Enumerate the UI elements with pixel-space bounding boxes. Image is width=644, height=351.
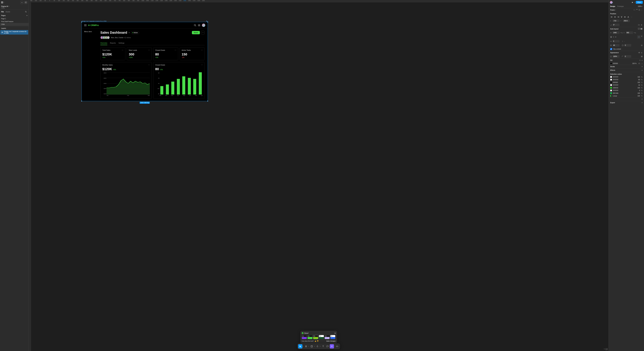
pages-header[interactable]: Pages — [1, 15, 6, 16]
tab-settings[interactable]: Settings — [118, 41, 124, 45]
frame-label[interactable]: Design me 3 separate screens for a CRM — [82, 20, 106, 22]
card-value: $120K — [102, 52, 123, 56]
resize-handle[interactable] — [81, 101, 82, 102]
chevron-down-icon[interactable]: ▾ — [129, 32, 130, 34]
card-value: 80 — [155, 52, 176, 56]
chart-value: 80 — [155, 67, 159, 71]
dimension-badge: 1440 × 900 Hug — [140, 102, 150, 104]
card-title: Total Sales — [102, 49, 110, 51]
vertical-ruler — [29, 2, 31, 122]
resize-handle[interactable] — [207, 101, 208, 102]
card-delta: +5% — [102, 57, 123, 58]
logo-star-icon: ✳ — [88, 24, 90, 26]
svg-rect-2 — [1, 2, 2, 3]
status-badge: Active — [131, 31, 139, 34]
svg-rect-77 — [199, 24, 200, 25]
panel-toggle-icon[interactable] — [24, 1, 27, 4]
svg-point-74 — [194, 24, 196, 26]
monthly-sales-card: Monthly Sales⋯ $120K+5% $50K$40K$30K$20K… — [100, 62, 152, 99]
user-avatar[interactable] — [202, 24, 205, 27]
more-icon[interactable]: ⋯ — [201, 64, 203, 66]
more-icon[interactable]: ⋯ — [148, 49, 150, 51]
tab-overview[interactable]: Overview — [100, 41, 107, 45]
chevron-down-icon: ▾ — [9, 6, 9, 7]
bar — [182, 76, 185, 94]
svg-point-7 — [25, 11, 26, 12]
ai-badge-icon[interactable]: AI — [20, 1, 24, 4]
svg-line-8 — [26, 12, 26, 12]
chart-delta: +3% — [160, 69, 163, 70]
people-names: Alice, Bob, Charlie +12 others — [111, 37, 131, 38]
tab-reports[interactable]: Reports — [110, 41, 116, 45]
bar — [188, 78, 191, 94]
apps-grid-icon[interactable] — [198, 24, 200, 26]
stat-card: Active Tasks⋯ 150 -2% — [180, 47, 205, 60]
card-title: Active Tasks — [182, 49, 191, 51]
card-value: 300 — [129, 52, 150, 56]
card-value: 150 — [182, 52, 203, 56]
more-icon[interactable]: ⋯ — [174, 49, 176, 51]
menu-chevron[interactable]: ▾ — [4, 2, 4, 3]
canvas[interactable]: Design me 3 separate screens for a CRM 1… — [29, 2, 224, 122]
chart-delta: +5% — [113, 69, 116, 70]
frame-icon — [2, 32, 3, 33]
more-icon[interactable]: ⋯ — [201, 49, 203, 51]
card-delta: +3% — [155, 57, 176, 58]
bar — [166, 84, 169, 94]
bar — [160, 86, 163, 94]
chart-title: Monthly Sales — [102, 64, 113, 66]
figma-menu-icon[interactable] — [1, 1, 3, 4]
svg-rect-5 — [25, 2, 26, 3]
svg-rect-0 — [1, 2, 2, 2]
assets-tab[interactable]: Assets — [6, 11, 10, 12]
svg-rect-78 — [198, 26, 199, 26]
card-delta: +10% — [129, 57, 150, 58]
hamburger-icon[interactable] — [84, 24, 86, 26]
share-button[interactable]: Share — [192, 31, 200, 34]
crm-logo[interactable]: ✳CRMPro — [88, 24, 99, 26]
file-tab[interactable]: File — [1, 11, 4, 12]
bar — [199, 72, 202, 94]
page-item[interactable]: Page 1 — [0, 17, 28, 20]
svg-text:AI: AI — [22, 2, 22, 3]
dashboard-title: Sales Dashboard — [100, 31, 127, 34]
closed-deals-card: Closed Deals⋯ 80+3% 60204010080 JanFebMa… — [153, 62, 205, 99]
more-button[interactable]: ⋯ — [201, 31, 205, 34]
more-icon[interactable]: ⋯ — [122, 49, 123, 51]
left-panel: ▾ AI Figma AI ▾ Drafts File Assets Pages… — [0, 0, 29, 122]
card-delta: -2% — [182, 57, 203, 58]
resize-handle[interactable] — [81, 22, 82, 22]
file-location[interactable]: Drafts — [0, 7, 28, 10]
layer-label: Design me 3 separate screens for a CRM — [4, 31, 27, 34]
page-item[interactable]: First Draft Feature — [0, 20, 28, 23]
layers-header[interactable]: Layers — [1, 28, 6, 29]
stat-card: Closed Deals⋯ 80 +3% — [153, 47, 178, 60]
add-page-icon[interactable]: + — [26, 15, 27, 16]
file-title[interactable]: Figma AI ▾ — [0, 5, 28, 7]
svg-line-75 — [196, 26, 196, 26]
stat-card: Total Sales⋯ $120K +5% — [100, 47, 125, 60]
more-icon[interactable]: ⋯ — [148, 64, 150, 66]
search-icon[interactable] — [194, 24, 196, 26]
svg-point-69 — [206, 21, 207, 21]
resize-handle[interactable] — [207, 22, 208, 22]
sidebar-menu-item[interactable]: Menu item — [84, 31, 95, 32]
selected-frame[interactable]: 1440 × 900 Hug ✳CRMPro Menu item Sales D — [82, 22, 208, 101]
layer-item[interactable]: Design me 3 separate screens for a CRM — [0, 30, 28, 34]
card-title: Closed Deals — [155, 49, 165, 51]
svg-rect-79 — [199, 26, 200, 26]
horizontal-ruler: -200-150-100-500501001502002503003504004… — [29, 0, 224, 2]
avatar — [107, 36, 110, 39]
svg-rect-76 — [198, 24, 199, 25]
svg-rect-3 — [2, 2, 3, 3]
svg-rect-1 — [2, 2, 3, 2]
chart-title: Closed Deals — [155, 64, 165, 66]
card-title: New Leads — [129, 49, 137, 51]
bar — [193, 79, 196, 94]
page-item[interactable]: CRM — [0, 23, 28, 26]
chart-value: $120K — [102, 67, 112, 71]
search-icon[interactable] — [24, 10, 27, 13]
bar — [171, 82, 174, 94]
stat-card: New Leads⋯ 300 +10% — [127, 47, 152, 60]
avatar-stack[interactable] — [100, 36, 110, 39]
